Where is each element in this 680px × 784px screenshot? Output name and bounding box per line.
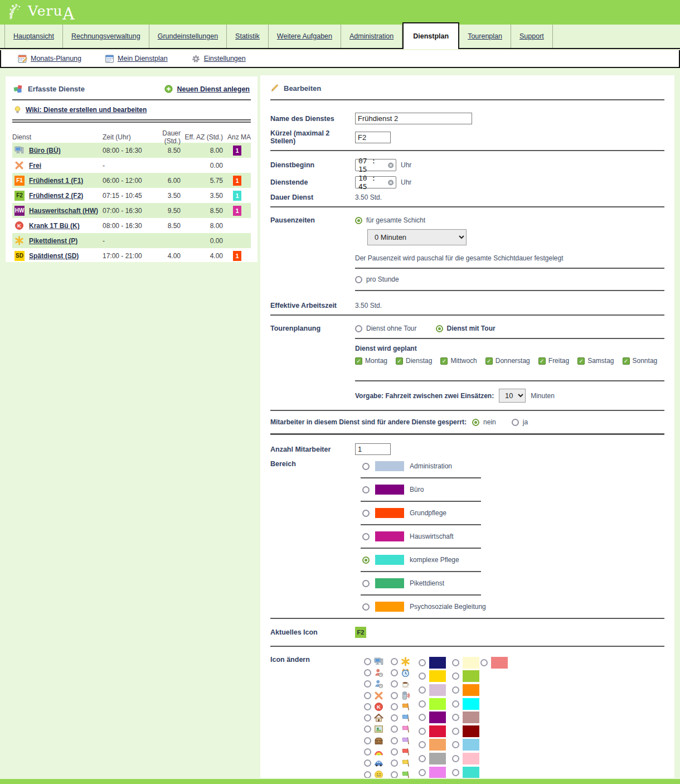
tab-hauptansicht[interactable]: Hauptansicht: [4, 25, 63, 48]
icon-radio[interactable]: [364, 759, 371, 767]
cross-icon: [374, 691, 383, 700]
tab-statistik[interactable]: Statistik: [227, 25, 269, 48]
color-radio[interactable]: [419, 741, 426, 748]
icon-radio[interactable]: [391, 771, 398, 778]
color-radio[interactable]: [419, 769, 426, 776]
icon-radio[interactable]: [391, 737, 398, 744]
color-radio[interactable]: [452, 700, 459, 708]
icon-radio[interactable]: [391, 658, 398, 665]
clear-time-icon[interactable]: [387, 162, 394, 169]
icon-radio[interactable]: [391, 703, 398, 710]
bereich-radio[interactable]: [362, 533, 370, 540]
color-radio[interactable]: [452, 769, 459, 776]
color-radio[interactable]: [419, 755, 426, 762]
icon-radio[interactable]: [364, 714, 371, 722]
service-name-link[interactable]: Spätdienst (SD): [29, 252, 103, 260]
icon-radio[interactable]: [391, 669, 398, 676]
service-name-link[interactable]: Hausweritschaft (HW): [29, 207, 103, 215]
weekday-checkbox[interactable]: ✓: [485, 357, 493, 365]
icon-radio[interactable]: [364, 669, 371, 676]
icon-radio[interactable]: [364, 658, 371, 665]
service-name-link[interactable]: Pikettdienst (P): [29, 237, 103, 245]
end-time-input[interactable]: 10 : 45: [355, 176, 396, 188]
rainbow-icon: [374, 747, 383, 757]
service-name-link[interactable]: Krank 1T Bü (K): [29, 222, 103, 230]
icon-radio[interactable]: [391, 692, 398, 699]
color-radio[interactable]: [419, 672, 426, 680]
icon-radio[interactable]: [391, 748, 398, 756]
wiki-link[interactable]: Wiki: Dienste erstellen und bearbeiten: [26, 106, 147, 114]
sperr-yes-radio[interactable]: [512, 419, 519, 426]
icon-radio[interactable]: [391, 759, 398, 767]
icon-radio[interactable]: [391, 714, 398, 722]
pause-minutes-select[interactable]: 0 Minuten: [367, 229, 467, 245]
icon-radio[interactable]: [364, 703, 371, 710]
divider: [270, 150, 664, 151]
weekday-checkbox[interactable]: ✓: [440, 357, 448, 365]
bereich-radio[interactable]: [362, 463, 370, 470]
weekday-checkbox[interactable]: ✓: [623, 357, 630, 365]
icon-radio[interactable]: [364, 771, 371, 778]
fahrzeit-select[interactable]: 10: [499, 389, 526, 403]
color-radio[interactable]: [452, 741, 459, 748]
tour-without-radio[interactable]: [355, 325, 362, 332]
kurzel-input[interactable]: [355, 132, 391, 143]
bereich-radio[interactable]: [362, 603, 370, 611]
weekday-checkbox[interactable]: ✓: [577, 357, 585, 365]
color-radio[interactable]: [419, 659, 426, 666]
service-name-link[interactable]: Frühdienst 1 (F1): [29, 177, 103, 185]
clear-time-icon[interactable]: [387, 179, 394, 186]
color-radio[interactable]: [452, 714, 459, 721]
weekday-checkbox[interactable]: ✓: [355, 357, 362, 365]
tab-rechnungsverwaltung[interactable]: Rechnungsverwaltung: [63, 25, 149, 48]
icon-radio[interactable]: [364, 692, 371, 699]
color-radio[interactable]: [419, 700, 426, 708]
color-radio[interactable]: [480, 659, 488, 666]
anz-ma-badge: 1: [233, 206, 241, 216]
service-name-link[interactable]: Frei: [29, 162, 103, 170]
color-radio[interactable]: [452, 672, 459, 680]
tab-administration[interactable]: Administration: [341, 25, 402, 48]
sperr-no-radio[interactable]: [472, 419, 479, 426]
icon-radio[interactable]: [364, 680, 371, 688]
color-radio[interactable]: [419, 728, 426, 735]
weekday-checkbox[interactable]: ✓: [396, 357, 403, 365]
color-swatch: [429, 712, 446, 723]
service-anz-cell: 1: [225, 176, 251, 186]
subnav-item-monats-planung[interactable]: Monats-Planung: [18, 54, 81, 64]
bereich-radio[interactable]: [362, 556, 370, 564]
icon-radio[interactable]: [391, 725, 398, 733]
pause-shift-radio[interactable]: [355, 217, 362, 224]
bereich-radio[interactable]: [362, 486, 370, 493]
icon-radio[interactable]: [364, 725, 371, 733]
color-radio[interactable]: [452, 755, 459, 762]
icon-radio[interactable]: [364, 737, 371, 744]
color-radio[interactable]: [419, 686, 426, 694]
tab-support[interactable]: Support: [511, 25, 553, 48]
anzahl-input[interactable]: [355, 443, 391, 455]
pause-hour-radio[interactable]: [355, 276, 362, 283]
tab-dienstplan[interactable]: Dienstplan: [402, 22, 459, 49]
weekday-label: Montag: [365, 357, 387, 365]
bereich-radio[interactable]: [362, 580, 370, 587]
subnav-item-mein-dienstplan[interactable]: Mein Dienstplan: [105, 54, 168, 64]
icon-radio[interactable]: [364, 748, 371, 756]
tab-grundeinstellungen[interactable]: Grundeinstellungen: [149, 25, 227, 48]
weekday-checkbox[interactable]: ✓: [538, 357, 546, 365]
new-service-link[interactable]: Neuen Dienst anlegen: [177, 85, 250, 93]
tab-tourenplan[interactable]: Tourenplan: [459, 25, 511, 48]
subnav-item-einstellungen[interactable]: Einstellungen: [191, 54, 246, 64]
begin-time-input[interactable]: 07 : 15: [355, 159, 396, 171]
tab-weitere-aufgaben[interactable]: Weitere Aufgaben: [269, 25, 341, 48]
service-name-input[interactable]: [355, 113, 472, 124]
services-table-header: Dienst Zeit (Uhr) Dauer (Std.) Eff. AZ (…: [12, 129, 251, 143]
bereich-radio[interactable]: [362, 510, 370, 517]
service-name-link[interactable]: Büro (BÜ): [29, 147, 103, 154]
tour-with-radio[interactable]: [436, 325, 443, 332]
service-name-link[interactable]: Frühdienst 2 (F2): [29, 192, 103, 200]
icon-radio[interactable]: [391, 680, 398, 688]
color-radio[interactable]: [452, 728, 459, 735]
color-radio[interactable]: [452, 686, 459, 694]
color-radio[interactable]: [419, 714, 426, 721]
color-radio[interactable]: [452, 659, 459, 666]
